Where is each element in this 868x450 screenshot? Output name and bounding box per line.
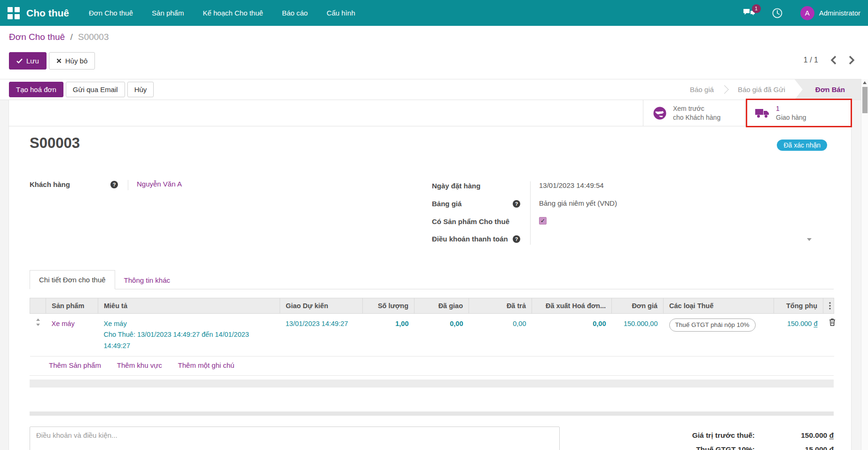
truck-icon (755, 108, 770, 119)
notebook-tabs: Chi tiết Đơn cho thuê Thông tin khác (30, 269, 834, 289)
rental-products-checkbox[interactable] (539, 217, 547, 225)
payment-terms-value[interactable] (530, 234, 841, 245)
pricelist-value[interactable]: Bảng giá niêm yết (VND) (530, 199, 841, 217)
statusbar: Tạo hoá đơn Gửi qua Email Hủy Báo giá Bá… (0, 79, 868, 100)
header-invoiced: Đã xuất Hoá đơn... (532, 298, 612, 314)
field-customer: Khách hàng Nguyễn Văn A (30, 180, 377, 190)
header-handle (30, 298, 46, 314)
row-drag-cell (30, 314, 46, 357)
form-sheet: Xem trước cho Khách hàng 1 Giao hàng S00… (8, 100, 852, 450)
app-brand[interactable]: Cho thuê (26, 8, 69, 19)
table-header-row: Sản phẩm Miêu tả Giao Dự kiến Số lượng Đ… (30, 298, 834, 314)
field-group-right: Ngày đặt hàng 13/01/2023 14:49:54 Bảng g… (432, 181, 841, 245)
total-untaxed-row: Giá trị trước thuế: 150.000 đ (627, 431, 834, 440)
menu-rental-schedule[interactable]: Kế hoạch Cho thuê (203, 9, 263, 17)
help-icon[interactable] (513, 235, 520, 243)
step-sales-order[interactable]: Đơn Bán (795, 79, 861, 100)
menu-products[interactable]: Sản phẩm (152, 9, 184, 17)
messages-button[interactable]: 1 (743, 8, 755, 18)
check-icon (16, 58, 23, 63)
cell-invoiced[interactable]: 0,00 (532, 314, 612, 357)
order-line-row[interactable]: Xe máy Xe máy Cho Thuê: 13/01/2023 14:49… (30, 314, 834, 357)
tax-tag[interactable]: Thuế GTGT phải nộp 10% (669, 318, 756, 332)
header-taxes: Các loại Thuế (664, 298, 774, 314)
order-lines-table: Sản phẩm Miêu tả Giao Dự kiến Số lượng Đ… (30, 298, 834, 357)
x-icon (56, 58, 62, 63)
help-icon[interactable] (513, 200, 520, 208)
add-note-link[interactable]: Thêm một ghi chú (178, 361, 235, 369)
cell-delivered[interactable]: 0,00 (414, 314, 469, 357)
preview-label: Xem trước cho Khách hàng (673, 104, 720, 121)
cell-unit-price[interactable]: 150.000,00 (612, 314, 664, 357)
delivery-label: 1 Giao hàng (776, 104, 806, 121)
apps-grid-icon[interactable] (8, 7, 20, 19)
step-quotation[interactable]: Báo giá (680, 85, 723, 93)
order-lines-table-zone: Sản phẩm Miêu tả Giao Dự kiến Số lượng Đ… (30, 298, 834, 416)
menu-reports[interactable]: Báo cáo (282, 9, 308, 17)
total-tax-row: Thuế GTGT 10%: 15.000 đ (627, 445, 834, 450)
menu-rental-orders[interactable]: Đơn Cho thuê (89, 9, 133, 17)
tab-other-info[interactable]: Thông tin khác (115, 271, 179, 289)
drag-handle-icon[interactable] (36, 318, 40, 326)
header-subtotal: Tổng phụ (774, 298, 823, 314)
scrollbar-thumb[interactable] (862, 87, 868, 113)
step-quotation-sent[interactable]: Báo giá đã Gửi (728, 85, 795, 93)
create-invoice-button[interactable]: Tạo hoá đơn (9, 82, 63, 97)
cell-returned[interactable]: 0,00 (469, 314, 532, 357)
bottom-zone: Giá trị trước thuế: 150.000 đ Thuế GTGT … (30, 427, 834, 450)
tax-amount-value: 15.000 đ (777, 445, 834, 450)
section-divider (30, 411, 834, 416)
cell-taxes[interactable]: Thuế GTGT phải nộp 10% (664, 314, 774, 357)
customer-value[interactable]: Nguyễn Văn A (128, 180, 377, 190)
order-date-value[interactable]: 13/01/2023 14:49:54 (530, 181, 841, 199)
cell-quantity[interactable]: 1,00 (363, 314, 414, 357)
breadcrumb-parent[interactable]: Đơn Cho thuê (9, 32, 65, 42)
table-footer-links: Thêm Sản phẩm Thêm khu vực Thêm một ghi … (30, 357, 834, 376)
pager-next-icon[interactable] (849, 55, 855, 65)
order-totals: Giá trị trước thuế: 150.000 đ Thuế GTGT … (627, 427, 834, 450)
breadcrumb-separator: / (70, 32, 72, 42)
user-avatar[interactable]: A (800, 6, 814, 20)
help-icon[interactable] (110, 181, 118, 188)
add-product-link[interactable]: Thêm Sản phẩm (49, 361, 101, 369)
add-section-link[interactable]: Thêm khu vực (117, 361, 162, 369)
header-scheduled-date: Giao Dự kiến (280, 298, 363, 314)
terms-and-conditions-input[interactable] (30, 427, 560, 450)
section-divider (30, 380, 834, 388)
header-quantity: Số lượng (363, 298, 414, 314)
navbar-right: 1 A Administrator (743, 6, 860, 20)
cell-scheduled-date[interactable]: 13/01/2023 14:49:27 (280, 314, 363, 357)
record-title: S00003 (30, 135, 80, 152)
user-menu[interactable]: Administrator (819, 9, 860, 17)
discard-button[interactable]: Hủy bỏ (49, 52, 95, 70)
untaxed-amount-label: Giá trị trước thuế: (692, 431, 755, 440)
send-email-button[interactable]: Gửi qua Email (66, 82, 125, 97)
vertical-scrollbar[interactable] (861, 79, 868, 450)
pager-previous-icon[interactable] (830, 55, 837, 65)
cancel-button[interactable]: Hủy (127, 82, 154, 97)
field-payment-terms: Điều khoản thanh toán (432, 234, 841, 245)
form-view: Xem trước cho Khách hàng 1 Giao hàng S00… (0, 100, 861, 450)
clock-icon (772, 8, 782, 18)
field-order-date: Ngày đặt hàng 13/01/2023 14:49:54 (432, 181, 841, 199)
header-product: Sản phẩm (46, 298, 98, 314)
menu-settings[interactable]: Cấu hình (327, 9, 355, 17)
cell-description[interactable]: Xe máy Cho Thuê: 13/01/2023 14:49:27 đến… (98, 314, 280, 357)
cell-product[interactable]: Xe máy (46, 314, 98, 357)
dropdown-caret-icon[interactable] (807, 238, 812, 241)
field-rental-products: Có Sản phẩm Cho thuê (432, 217, 841, 234)
scroll-up-icon[interactable] (861, 79, 868, 86)
status-steps: Báo giá Báo giá đã Gửi Đơn Bán (680, 79, 861, 100)
cell-delete (823, 314, 834, 357)
delivery-smart-button[interactable]: 1 Giao hàng (745, 100, 851, 126)
column-options-kebab-icon[interactable] (823, 298, 834, 314)
field-pricelist: Bảng giá Bảng giá niêm yết (VND) (432, 199, 841, 217)
save-button[interactable]: Lưu (9, 52, 47, 70)
activities-button[interactable] (772, 8, 782, 18)
status-badge: Đã xác nhận (777, 140, 827, 151)
trash-icon[interactable] (829, 318, 836, 326)
header-description: Miêu tả (98, 298, 280, 314)
cell-subtotal: 150.000 đ (774, 314, 823, 357)
tab-order-lines[interactable]: Chi tiết Đơn cho thuê (30, 270, 115, 289)
customer-preview-button[interactable]: Xem trước cho Khách hàng (643, 100, 745, 126)
